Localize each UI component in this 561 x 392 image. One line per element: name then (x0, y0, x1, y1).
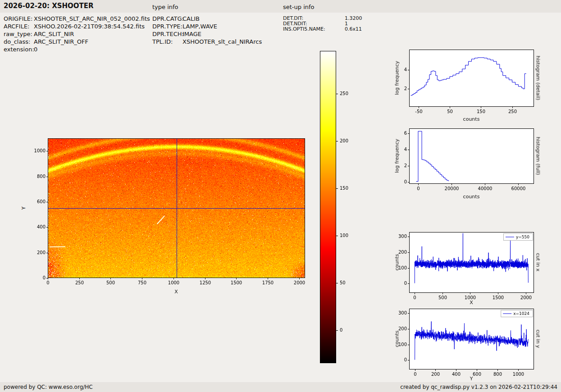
meta-label: DPR.TECH: (152, 30, 182, 38)
hist-detail-side-label: histogram (detail) (535, 56, 541, 100)
footer-left-text: powered by QC: www.eso.org/HC (4, 384, 93, 390)
type-info-list: DPR.CATG:CALIBDPR.TYPE:LAMP,WAVEDPR.TECH… (152, 15, 262, 46)
meta-row: DPR.TYPE:LAMP,WAVE (152, 23, 262, 30)
meta-row: do_class:ARC_SLIT_NIR_OFF (4, 38, 150, 46)
meta-label: ARCFILE: (4, 23, 34, 30)
cut-y-side-label: cut in y (535, 330, 541, 348)
meta-row: TPL.ID:XSHOOTER_slt_cal_NIRArcs (152, 38, 262, 46)
cut-in-y-canvas (385, 302, 547, 378)
cut-in-x-canvas (385, 225, 547, 302)
footer-bar: powered by QC: www.eso.org/HC created by… (0, 382, 561, 392)
main-x-axis-label: X (174, 289, 178, 295)
qc-report-page: 2026-02-20: XSHOOTER type info set-up in… (0, 0, 561, 392)
setup-info-heading: set-up info (283, 4, 315, 10)
meta-value: ARC_SLIT_NIR (34, 31, 74, 37)
meta-row: ORIGFILE:XSHOOTER_SLT_ARC_NIR_052_0002.f… (4, 15, 150, 23)
meta-row: DPR.TECH:IMAGE (152, 30, 262, 38)
hist-full-side-label: histogram (full) (535, 137, 541, 175)
file-info-list: ORIGFILE:XSHOOTER_SLT_ARC_NIR_052_0002.f… (4, 15, 150, 53)
meta-row: extension:0 (4, 46, 150, 53)
meta-label: DPR.CATG: (152, 15, 182, 23)
meta-label: DPR.TYPE: (152, 23, 182, 30)
hist-detail-y-axis-label: log frequency (394, 61, 400, 95)
setup-info-list: DET.DIT:1.3200DET.NDIT:1INS.OPTI5.NAME:0… (283, 16, 362, 32)
hist-full-x-axis-label: counts (463, 194, 480, 200)
meta-label: extension: (4, 46, 34, 53)
meta-label: raw_type: (4, 30, 34, 38)
meta-value: XSHOOTER_slt_cal_NIRArcs (182, 38, 262, 45)
header-bar: 2026-02-20: XSHOOTER type info set-up in… (0, 0, 561, 13)
meta-label: do_class: (4, 38, 34, 46)
meta-value: LAMP,WAVE (182, 23, 217, 30)
meta-row: ARCFILE:XSHOO.2026-02-21T09:38:54.542.fi… (4, 23, 150, 30)
meta-value: XSHOO.2026-02-21T09:38:54.542.fits (34, 23, 145, 30)
type-info-heading: type info (152, 4, 178, 10)
cut-x-side-label: cut in x (535, 253, 541, 272)
main-y-axis-label: Y (21, 207, 27, 210)
meta-label: INS.OPTI5.NAME: (283, 27, 345, 32)
cut-y-y-axis-label: counts (394, 331, 400, 347)
meta-row: INS.OPTI5.NAME:0.6x11 (283, 27, 362, 32)
meta-value: CALIB (182, 15, 200, 22)
hist-detail-x-axis-label: counts (463, 116, 480, 122)
detector-image-canvas (27, 133, 315, 291)
histogram-full-canvas (385, 122, 547, 196)
meta-label: TPL.ID: (152, 38, 182, 46)
meta-value: ARC_SLIT_NIR_OFF (34, 38, 88, 45)
hist-full-y-axis-label: log frequency (394, 139, 400, 173)
footer-right-text: created by qc_rawdisp.py v1.2.3 on 2026-… (400, 384, 557, 390)
cut-x-y-axis-label: counts (394, 254, 400, 271)
meta-label: ORIGFILE: (4, 15, 34, 23)
meta-value: IMAGE (182, 31, 201, 37)
page-title: 2026-02-20: XSHOOTER (4, 2, 94, 10)
cut-y-x-axis-label: Y (470, 376, 473, 382)
meta-value: XSHOOTER_SLT_ARC_NIR_052_0002.fits (34, 15, 150, 22)
meta-value: 0.6x11 (345, 26, 362, 32)
meta-row: DPR.CATG:CALIB (152, 15, 262, 23)
meta-row: raw_type:ARC_SLIT_NIR (4, 30, 150, 38)
meta-value: 0 (34, 46, 37, 53)
histogram-detail-canvas (385, 43, 547, 119)
colorbar-canvas (320, 50, 356, 368)
